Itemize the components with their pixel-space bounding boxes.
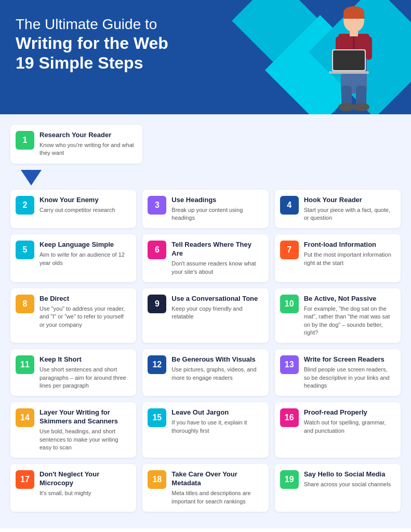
step-card-4: 4 Hook Your Reader Start your piece with… (275, 190, 401, 229)
step-card-8: 8 Be Direct Use "you" to address your re… (10, 288, 136, 343)
step-title-19: Say Hello to Social Media (304, 470, 394, 479)
person-illustration (281, 0, 395, 114)
step-title-2: Know Your Enemy (39, 196, 130, 205)
step-text-4: Hook Your Reader Start your piece with a… (304, 196, 394, 222)
step-card-2: 2 Know Your Enemy Carry out competitor r… (10, 190, 136, 229)
step-text-18: Take Care Over Your Metadata Meta titles… (171, 470, 262, 506)
step-title-14: Layer Your Writing for Skimmers and Scan… (39, 408, 130, 426)
step-card-6: 6 Tell Readers Where They Are Don't assu… (142, 234, 268, 282)
step-text-3: Use Headings Break up your content using… (171, 196, 262, 222)
step-title-7: Front-load Information (304, 241, 394, 249)
step-card-15: 15 Leave Out Jargon If you have to use i… (142, 402, 268, 458)
svg-rect-2 (343, 12, 364, 19)
step-badge-10: 10 (280, 295, 299, 313)
step-badge-17: 17 (16, 470, 34, 489)
step-badge-12: 12 (148, 355, 166, 374)
step-desc-6: Don't assume readers know what your site… (171, 260, 262, 276)
step-badge-9: 9 (148, 295, 166, 313)
step-text-6: Tell Readers Where They Are Don't assume… (171, 241, 262, 276)
step-text-7: Front-load Information Put the most impo… (304, 241, 394, 267)
step-card-10: 10 Be Active, Not Passive For example, "… (275, 288, 401, 343)
step-badge-2: 2 (16, 196, 34, 215)
step-desc-11: Use short sentences and short paragraphs… (39, 366, 130, 390)
step-title-9: Use a Conversational Tone (171, 295, 262, 303)
step-text-15: Leave Out Jargon If you have to use it, … (171, 408, 262, 435)
step-text-8: Be Direct Use "you" to address your read… (39, 295, 130, 329)
step-text-11: Keep It Short Use short sentences and sh… (39, 355, 130, 390)
step-title-3: Use Headings (171, 196, 262, 205)
step-card-7: 7 Front-load Information Put the most im… (275, 234, 401, 282)
step-text-16: Proof-read Properly Watch out for spelli… (304, 408, 394, 435)
header-subtitle: The Ultimate Guide to (16, 16, 157, 32)
step-row-6: 14 Layer Your Writing for Skimmers and S… (10, 402, 401, 458)
step-card-11: 11 Keep It Short Use short sentences and… (10, 349, 136, 396)
step-row-3: 5 Keep Language Simple Aim to write for … (10, 234, 401, 282)
step-card-19: 19 Say Hello to Social Media Share acros… (275, 464, 401, 512)
step-title-11: Keep It Short (39, 355, 130, 364)
step-desc-8: Use "you" to address your reader, and "I… (39, 305, 130, 329)
step-badge-7: 7 (280, 241, 299, 259)
step-badge-3: 3 (148, 196, 166, 215)
step-desc-14: Use bold, headings, and short sentences … (39, 428, 130, 451)
step-text-9: Use a Conversational Tone Keep your copy… (171, 295, 262, 321)
header-main-title: Writing for the Web19 Simple Steps (16, 33, 234, 73)
step-badge-8: 8 (16, 295, 34, 313)
step-card-17: 17 Don't Neglect Your Microcopy It's sma… (10, 464, 136, 512)
step-title-6: Tell Readers Where They Are (171, 241, 262, 258)
step-text-14: Layer Your Writing for Skimmers and Scan… (39, 408, 130, 451)
step-card-13: 13 Write for Screen Readers Blind people… (275, 349, 401, 396)
step-badge-19: 19 (280, 470, 299, 489)
svg-rect-7 (366, 36, 372, 60)
step-badge-5: 5 (16, 241, 34, 259)
step-desc-12: Use pictures, graphs, videos, and more t… (171, 366, 262, 382)
step-desc-18: Meta titles and descriptions are importa… (171, 489, 262, 506)
header-spacer (149, 125, 401, 164)
step-title-10: Be Active, Not Passive (304, 295, 394, 303)
step-title-13: Write for Screen Readers (304, 355, 394, 364)
step-badge-16: 16 (280, 408, 299, 427)
step-title-1: Research Your Reader (39, 131, 136, 140)
svg-rect-15 (329, 71, 369, 74)
step-title-16: Proof-read Properly (304, 408, 394, 417)
step-badge-6: 6 (148, 241, 166, 259)
step-title-8: Be Direct (39, 295, 130, 303)
step-title-15: Leave Out Jargon (171, 408, 262, 417)
arrow-indicator (21, 170, 401, 188)
step-desc-15: If you have to use it, explain it thorou… (171, 419, 262, 435)
step-desc-3: Break up your content using headings (171, 206, 262, 222)
step-desc-13: Blind people use screen readers, so be d… (304, 366, 394, 390)
step-badge-11: 11 (16, 355, 34, 374)
step-text-19: Say Hello to Social Media Share across y… (304, 470, 394, 488)
step-title-5: Keep Language Simple (39, 241, 130, 249)
svg-point-11 (338, 103, 355, 111)
step-title-4: Hook Your Reader (304, 196, 394, 205)
step-card-12: 12 Be Generous With Visuals Use pictures… (142, 349, 268, 396)
step-desc-5: Aim to write for an audience of 12 year … (39, 251, 130, 267)
step-desc-16: Watch out for spelling, grammar, and pun… (304, 419, 394, 435)
svg-rect-14 (333, 50, 365, 70)
step-text-10: Be Active, Not Passive For example, "the… (304, 295, 394, 337)
step-desc-9: Keep your copy friendly and relatable (171, 305, 262, 321)
step-desc-7: Put the most important information right… (304, 251, 394, 267)
svg-marker-16 (21, 170, 42, 185)
step-desc-4: Start your piece with a fact, quote, or … (304, 206, 394, 222)
step-row-7: 17 Don't Neglect Your Microcopy It's sma… (10, 464, 401, 512)
step-desc-19: Share across your social channels (304, 481, 394, 488)
step-badge-14: 14 (16, 408, 34, 427)
step-badge-15: 15 (148, 408, 166, 427)
header-title: The Ultimate Guide to Writing for the We… (16, 16, 234, 73)
step-badge-13: 13 (280, 355, 299, 374)
step-text-2: Know Your Enemy Carry out competitor res… (39, 196, 130, 214)
step-card-18: 18 Take Care Over Your Metadata Meta tit… (142, 464, 268, 512)
step-text-17: Don't Neglect Your Microcopy It's small,… (39, 470, 130, 497)
step-text-5: Keep Language Simple Aim to write for an… (39, 241, 130, 267)
step-badge-1: 1 (16, 131, 34, 150)
svg-rect-5 (350, 30, 358, 36)
step-row-5: 11 Keep It Short Use short sentences and… (10, 349, 401, 396)
step-badge-18: 18 (148, 470, 166, 489)
step-desc-2: Carry out competitor research (39, 206, 130, 214)
step-row-4: 8 Be Direct Use "you" to address your re… (10, 288, 401, 343)
step-row-2: 2 Know Your Enemy Carry out competitor r… (10, 190, 401, 229)
step-desc-1: Know who you're writing for and what the… (39, 141, 136, 157)
step-title-12: Be Generous With Visuals (171, 355, 262, 364)
